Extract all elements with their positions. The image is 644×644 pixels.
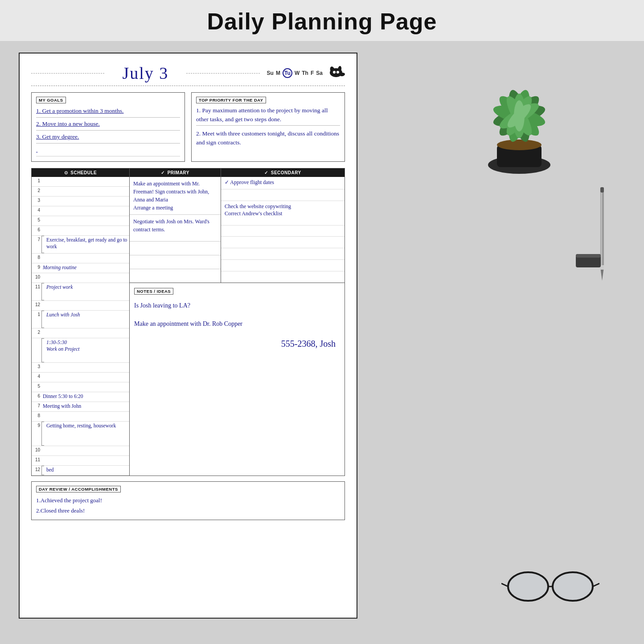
- svg-point-2: [497, 139, 541, 150]
- svg-point-28: [554, 573, 592, 600]
- schedule-row-12pm: 12 bed: [32, 466, 129, 476]
- eraser-decoration: [575, 250, 602, 274]
- primary-task-empty-3: [130, 269, 221, 283]
- primary-task-1: Make an appointment with Mr. Freeman! Si…: [130, 177, 221, 215]
- schedule-row-9: 9 Morning routine: [32, 263, 129, 273]
- secondary-label: SECONDARY: [271, 170, 301, 175]
- review-item-2: 2.Closed three deals!: [36, 505, 340, 516]
- notes-item-1: Is Josh leaving to LA?: [134, 299, 340, 313]
- notes-area: NOTES / IDEAS Is Josh leaving to LA? Mak…: [130, 283, 345, 476]
- review-list: 1.Achieved the project goal! 2.Closed th…: [36, 495, 340, 516]
- schedule-header: ⊙ SCHEDULE: [32, 168, 129, 177]
- schedule-row-12: 12: [32, 301, 129, 311]
- date-display: July 3: [109, 63, 182, 83]
- priority-box: TOP PRIORITY FOR THE DAY 1. Pay maximum …: [191, 92, 345, 162]
- goal-3: 3. Get my degree.: [36, 132, 180, 144]
- tasks-area: ⊙ SCHEDULE 1 2 3 4: [31, 168, 345, 476]
- svg-point-33: [336, 71, 339, 74]
- schedule-row-work-project: 1:30-5:30 Work on Project: [32, 338, 129, 363]
- primary-column: ✓ PRIMARY Make an appointment with Mr. F…: [130, 168, 221, 283]
- schedule-morning-routine: Morning routine: [41, 263, 129, 272]
- day-m: M: [276, 70, 280, 76]
- schedule-row-4: 4: [32, 206, 129, 216]
- day-tu-active: Tu: [283, 68, 292, 78]
- schedule-home: Getting home, resting, housework: [45, 422, 129, 430]
- schedule-meeting-john: Meeting with John: [41, 402, 129, 410]
- primary-task-empty-2: [130, 255, 221, 269]
- schedule-row-11: 11 Project work: [32, 283, 129, 301]
- day-su: Su: [267, 70, 274, 76]
- page-title-area: Daily Planning Page: [0, 0, 644, 41]
- secondary-task-2: Check the website copywriting Correct An…: [221, 201, 345, 226]
- schedule-label: SCHEDULE: [70, 170, 97, 175]
- priority-2: 2. Meet with three customers tonight, di…: [196, 129, 340, 148]
- schedule-row-1pm: 1 Lunch with Josh: [32, 311, 129, 328]
- schedule-row-5: 5: [32, 216, 129, 226]
- schedule-row-3: 3: [32, 197, 129, 206]
- day-sa: Sa: [316, 70, 323, 76]
- schedule-row-4pm: 4: [32, 373, 129, 382]
- schedule-row-6pm: 6 Dinner 5:30 to 6:20: [32, 392, 129, 402]
- primary-check-icon: ✓: [161, 170, 165, 175]
- day-f: F: [311, 70, 314, 76]
- notes-item-2: Make an appointment with Dr. Rob Copper: [134, 317, 340, 331]
- goal-2: 2. Move into a new house.: [36, 119, 180, 131]
- goals-box: MY GOALS 1. Get a promotion within 3 mon…: [31, 92, 185, 162]
- secondary-task-empty-2: [221, 226, 345, 237]
- planner-card: July 3 Su M Tu W Th F Sa: [19, 53, 357, 619]
- goals-label: MY GOALS: [36, 97, 66, 103]
- primary-task-2: Negotiate with Josh on Mrs. Ward's contr…: [130, 215, 221, 242]
- schedule-bed: bed: [45, 466, 129, 474]
- clock-icon: ⊙: [64, 170, 68, 175]
- priority-list: 1. Pay maximum attention to the project …: [196, 106, 340, 148]
- schedule-dinner: Dinner 5:30 to 6:20: [41, 392, 129, 401]
- schedule-rows: 1 2 3 4 5: [32, 177, 129, 476]
- svg-rect-21: [576, 254, 601, 258]
- svg-point-27: [509, 573, 547, 600]
- schedule-exercise: Exercise, breakfast, get ready and go to…: [45, 236, 129, 251]
- day-th: Th: [302, 70, 308, 76]
- review-label: DAY REVIEW / ACCOMPLISHMENTS: [36, 486, 121, 492]
- date-header: July 3 Su M Tu W Th F Sa: [31, 63, 345, 86]
- page-title: Daily Planning Page: [0, 8, 644, 35]
- primary-header: ✓ PRIMARY: [130, 168, 221, 177]
- schedule-column: ⊙ SCHEDULE 1 2 3 4: [32, 168, 130, 476]
- schedule-row-2pm: 2: [32, 328, 129, 338]
- schedule-row-2: 2: [32, 187, 129, 197]
- goal-1: 1. Get a promotion within 3 months.: [36, 106, 180, 118]
- goal-empty: [36, 145, 180, 156]
- secondary-header: ✓ SECONDARY: [221, 168, 345, 177]
- schedule-row-7pm: 7 Meeting with John: [32, 402, 129, 412]
- top-section: MY GOALS 1. Get a promotion within 3 mon…: [31, 92, 345, 162]
- notes-phone: 555-2368, Josh: [134, 339, 340, 349]
- schedule-row-10: 10: [32, 273, 129, 283]
- schedule-row-6: 6: [32, 226, 129, 236]
- svg-rect-19: [600, 187, 604, 193]
- schedule-row-11pm: 11: [32, 456, 129, 466]
- glasses-decoration: [501, 566, 599, 608]
- secondary-task-empty-4: [221, 248, 345, 260]
- secondary-column: ✓ SECONDARY ✓ Approve flight dates Check…: [221, 168, 345, 283]
- secondary-task-empty: [221, 189, 345, 201]
- goals-list: 1. Get a promotion within 3 months. 2. M…: [36, 106, 180, 156]
- review-section: DAY REVIEW / ACCOMPLISHMENTS 1.Achieved …: [31, 481, 345, 520]
- plant-decoration: [457, 27, 582, 178]
- schedule-row-8pm: 8: [32, 412, 129, 422]
- secondary-task-1: ✓ Approve flight dates: [221, 177, 345, 189]
- priority-1: 1. Pay maximum attention to the project …: [196, 106, 340, 126]
- primary-task-empty-1: [130, 242, 221, 255]
- secondary-task-empty-3: [221, 237, 345, 248]
- schedule-lunch: Lunch with Josh: [45, 311, 129, 319]
- secondary-task-empty-5: [221, 260, 345, 271]
- schedule-row-9pm: 9 Getting home, resting, housework: [32, 422, 129, 446]
- schedule-row-3pm: 3: [32, 363, 129, 373]
- schedule-row-10pm: 10: [32, 446, 129, 456]
- priority-label: TOP PRIORITY FOR THE DAY: [196, 97, 266, 103]
- cat-icon: [326, 65, 345, 82]
- schedule-project-work: Project work: [45, 283, 129, 291]
- svg-line-25: [501, 583, 508, 587]
- primary-label: PRIMARY: [168, 170, 189, 175]
- svg-point-32: [333, 71, 336, 74]
- svg-line-26: [593, 583, 599, 587]
- notes-label: NOTES / IDEAS: [134, 288, 173, 295]
